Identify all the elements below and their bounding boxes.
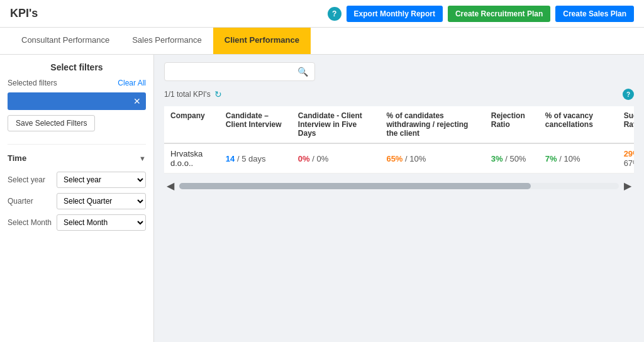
col-success-rate: Success Rate [618,106,634,143]
cell-vacancy-highlight: 7% [545,154,557,163]
main-layout: Select filters Selected filters Clear Al… [0,55,644,342]
time-section-label: Time [8,153,26,163]
cell-rejection-highlight: 3% [491,154,503,163]
refresh-icon[interactable]: ↻ [214,89,222,99]
month-filter-row: Select Month Select Month January Februa… [8,214,146,231]
help-icon[interactable]: ? [328,7,341,21]
scroll-bar-row: ◀ ▶ [164,180,634,192]
col-company: Company [164,106,219,143]
kpi-table-wrapper: Company Candidate – Client Interview Can… [164,106,634,336]
cell-withdrawing-highlight: 65% [386,154,402,163]
cell-interview-five-days: 0% / 0% [292,143,380,174]
quarter-filter-label: Quarter [8,197,52,206]
save-selected-filters-button[interactable]: Save Selected Filters [8,115,95,131]
kpi-table: Company Candidate – Client Interview Can… [164,106,634,174]
year-filter-row: Select year Select year 2024 2023 2022 2… [8,172,146,188]
sidebar: Select filters Selected filters Clear Al… [0,55,154,342]
quarter-select[interactable]: Select Quarter Q1 Q2 Q3 Q4 [57,193,146,209]
search-input[interactable] [171,67,297,77]
col-interview-five-days: Candidate - Client Interview in Five Day… [292,106,380,143]
clear-all-link[interactable]: Clear All [118,79,146,87]
table-row: Hrvatska d.o.o.. 14 / 5 days 0% / 0% 65%… [164,143,634,174]
col-vacancy-cancellations: % of vacancy cancellations [539,106,618,143]
col-candidate-interview: Candidate – Client Interview [219,106,292,143]
tab-client-performance[interactable]: Client Performance [213,28,311,54]
quarter-filter-row: Quarter Select Quarter Q1 Q2 Q3 Q4 [8,193,146,209]
header: KPI's ? Export Monthly Report Create Rec… [0,0,644,28]
page-title: KPI's [10,7,38,20]
scroll-right-arrow[interactable]: ▶ [621,180,634,192]
active-filter-tag: ✕ [8,92,146,110]
cell-withdrawing-rest: / 10% [405,154,426,163]
cell-candidate-interview-rest: / 5 days [237,154,266,163]
year-filter-label: Select year [8,175,52,184]
scroll-left-arrow[interactable]: ◀ [164,180,177,192]
cell-withdrawing: 65% / 10% [380,143,484,174]
search-icon: 🔍 [297,67,308,77]
tab-sales-performance[interactable]: Sales Performance [121,28,213,54]
col-withdrawing: % of candidates withdrawing / rejecting … [380,106,484,143]
create-sales-plan-button[interactable]: Create Sales Plan [555,6,634,22]
divider [8,144,146,145]
kpi-count-label: 1/1 total KPI's [164,90,211,99]
col-rejection-ratio: Rejection Ratio [485,106,539,143]
table-header-row: Company Candidate – Client Interview Can… [164,106,634,143]
selected-filters-label: Selected filters [8,79,57,87]
cell-company: Hrvatska d.o.o.. [164,143,219,174]
cell-vacancy-rest: / 10% [559,154,580,163]
create-recruitment-plan-button[interactable]: Create Recruitment Plan [448,6,550,22]
export-monthly-report-button[interactable]: Export Monthly Report [347,6,443,22]
cell-candidate-interview: 14 / 5 days [219,143,292,174]
cell-rejection-rest: / 50% [505,154,526,163]
search-bar[interactable]: 🔍 [164,62,315,81]
tabs-bar: Consultant Performance Sales Performance… [0,28,644,55]
scroll-track[interactable] [179,183,619,189]
filter-tag-close-icon[interactable]: ✕ [133,96,141,106]
cell-interview-five-days-rest: / 0% [312,154,328,163]
year-select[interactable]: Select year 2024 2023 2022 2021 [57,172,146,188]
kpi-count-row: 1/1 total KPI's ↻ ? [164,89,634,100]
header-actions: ? Export Monthly Report Create Recruitme… [328,6,634,22]
tab-consultant-performance[interactable]: Consultant Performance [10,28,121,54]
content-area: 🔍 1/1 total KPI's ↻ ? Company Candidate … [154,55,644,342]
month-filter-label: Select Month [8,218,52,227]
sidebar-title: Select filters [8,62,146,72]
kpi-help-icon[interactable]: ? [623,89,634,100]
cell-success-highlight: 29% [624,149,634,158]
chevron-down-icon: ▼ [139,155,146,162]
cell-interview-five-days-highlight: 0% [298,154,310,163]
time-section-header[interactable]: Time ▼ [8,150,146,167]
cell-vacancy-cancellations: 7% / 10% [539,143,618,174]
selected-filters-row: Selected filters Clear All [8,79,146,87]
scroll-thumb [179,183,531,189]
cell-candidate-interview-highlight: 14 [226,154,235,163]
cell-success-rate: 29% / 67% [618,143,634,174]
month-select[interactable]: Select Month January February March Apri… [57,214,146,231]
cell-rejection-ratio: 3% / 50% [485,143,539,174]
